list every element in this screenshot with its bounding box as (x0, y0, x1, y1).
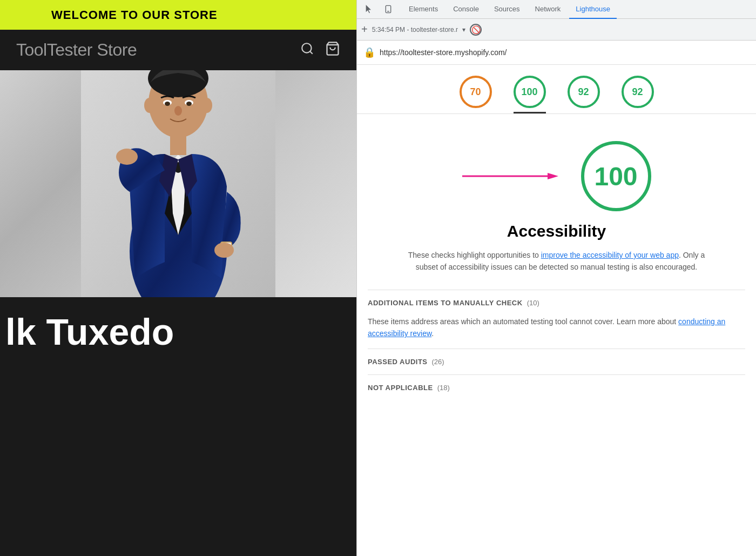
product-name: lk Tuxedo (5, 311, 174, 352)
accessibility-review-link[interactable]: conducting an accessibility review (368, 317, 725, 338)
pink-arrow-svg (462, 171, 559, 182)
accessibility-desc: These checks highlight opportunities to … (400, 249, 713, 273)
device-icon[interactable] (381, 2, 396, 17)
store-banner: WELCOME TO OUR STORE (0, 0, 356, 30)
svg-rect-26 (386, 5, 390, 12)
score-best-practices[interactable]: 92 (568, 76, 600, 108)
svg-point-13 (201, 98, 212, 113)
store-logo: ToolTester Store (16, 40, 137, 60)
search-icon[interactable] (300, 42, 314, 59)
tab-elements-label: Elements (409, 5, 438, 13)
svg-rect-19 (170, 133, 186, 155)
section-na-label: NOT APPLICABLE (368, 384, 433, 392)
score-accessibility[interactable]: 100 (514, 76, 546, 108)
store-nav-icons (300, 41, 340, 59)
cursor-icon[interactable] (361, 2, 376, 17)
scores-row: 70 100 92 92 (357, 65, 756, 114)
section-passed-audits[interactable]: PASSED AUDITS (26) (368, 349, 745, 374)
section-passed-count: (26) (432, 358, 444, 366)
svg-point-12 (144, 98, 155, 113)
improve-link[interactable]: improve the accessibility of your web ap… (541, 251, 679, 259)
tab-console-label: Console (453, 5, 479, 13)
score-performance[interactable]: 70 (460, 76, 492, 108)
timestamp-dropdown[interactable]: ▾ (462, 26, 465, 34)
store-panel: WELCOME TO OUR STORE ToolTester Store (0, 0, 356, 556)
no-button[interactable]: 🚫 (470, 24, 482, 36)
tab-network[interactable]: Network (529, 0, 568, 19)
section-manual-check-body: These items address areas which an autom… (368, 316, 745, 349)
section-manual-check: ADDITIONAL ITEMS TO MANUALLY CHECK (10) (368, 290, 745, 316)
svg-point-16 (165, 102, 170, 106)
tab-sources-label: Sources (494, 5, 520, 13)
section-passed-label: PASSED AUDITS (368, 358, 428, 366)
tab-network-label: Network (535, 5, 561, 13)
accessibility-title: Accessibility (368, 222, 745, 240)
svg-point-20 (116, 149, 138, 165)
devtools-content[interactable]: 100 Accessibility These checks highlight… (357, 114, 756, 556)
tab-elements[interactable]: Elements (402, 0, 444, 19)
section-na-count: (18) (437, 384, 450, 392)
devtools-icons (361, 2, 396, 17)
devtools-url-bar: + 5:34:54 PM - tooltester-store.r ▾ 🚫 (357, 19, 756, 41)
lock-icon: 🔒 (363, 46, 375, 58)
score-seo[interactable]: 92 (622, 76, 654, 108)
store-product-title: lk Tuxedo (0, 297, 356, 557)
tab-lighthouse-label: Lighthouse (576, 5, 610, 13)
tab-lighthouse[interactable]: Lighthouse (569, 0, 617, 19)
arrow-container (462, 171, 559, 182)
svg-point-18 (174, 106, 182, 116)
devtools-panel: Elements Console Sources Network Lightho… (356, 0, 756, 556)
cart-icon[interactable] (325, 41, 340, 59)
main-score-section: 100 (368, 125, 745, 222)
add-tab-button[interactable]: + (361, 23, 368, 36)
svg-point-23 (214, 243, 234, 258)
svg-point-0 (302, 43, 311, 52)
svg-point-17 (186, 102, 192, 106)
main-score-circle: 100 (581, 141, 651, 211)
section-manual-check-label: ADDITIONAL ITEMS TO MANUALLY CHECK (368, 299, 523, 307)
timestamp-label: 5:34:54 PM - tooltester-store.r (372, 26, 458, 34)
store-hero (0, 70, 356, 297)
section-not-applicable[interactable]: NOT APPLICABLE (18) (368, 374, 745, 400)
hero-image (0, 70, 356, 297)
devtools-toolbar: Elements Console Sources Network Lightho… (357, 0, 756, 19)
section-manual-check-count: (10) (527, 299, 539, 307)
url-text[interactable]: https://tooltester-store.myshopify.com/ (380, 48, 750, 57)
product-image (81, 70, 275, 297)
devtools-address-bar: 🔒 https://tooltester-store.myshopify.com… (357, 41, 756, 65)
store-nav: ToolTester Store (0, 30, 356, 70)
tab-console[interactable]: Console (447, 0, 485, 19)
svg-line-1 (310, 51, 313, 54)
svg-marker-29 (548, 173, 558, 179)
tab-sources[interactable]: Sources (488, 0, 526, 19)
store-banner-text: WELCOME TO OUR STORE (51, 8, 218, 22)
main-score-value: 100 (594, 162, 637, 191)
